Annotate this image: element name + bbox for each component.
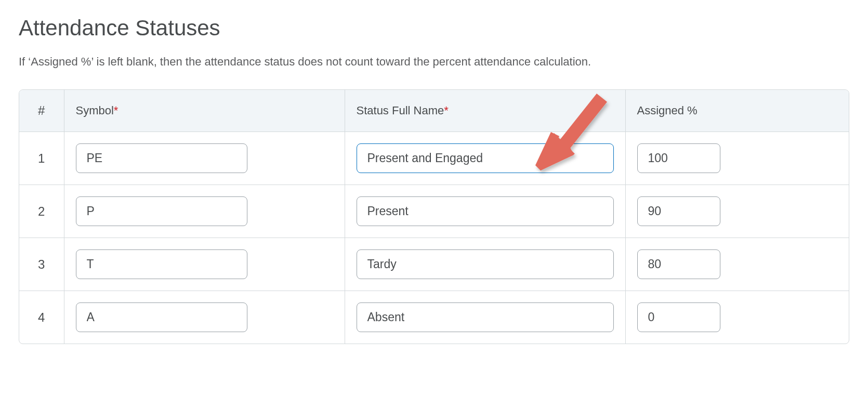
col-header-assigned-pct-label: Assigned % (637, 104, 698, 117)
symbol-input[interactable] (76, 196, 247, 226)
page-title: Attendance Statuses (19, 16, 849, 41)
required-marker-icon: * (114, 104, 119, 117)
symbol-input[interactable] (76, 249, 247, 279)
symbol-input[interactable] (76, 302, 247, 332)
col-header-name-label: Status Full Name (357, 104, 444, 117)
assigned-pct-input[interactable] (637, 249, 720, 279)
row-number: 4 (19, 291, 64, 344)
table-row: 3 (19, 238, 849, 291)
assigned-pct-input[interactable] (637, 196, 720, 226)
col-header-symbol: Symbol* (64, 90, 345, 132)
col-header-symbol-label: Symbol (76, 104, 114, 117)
help-text: If ‘Assigned %’ is left blank, then the … (19, 55, 849, 69)
col-header-assigned-pct: Assigned % (625, 90, 849, 132)
row-number: 2 (19, 185, 64, 238)
status-name-input[interactable] (357, 143, 614, 173)
table-row: 4 (19, 291, 849, 344)
row-number: 3 (19, 238, 64, 291)
status-name-input[interactable] (357, 196, 614, 226)
table-row: 1 (19, 132, 849, 185)
status-name-input[interactable] (357, 302, 614, 332)
assigned-pct-input[interactable] (637, 143, 720, 173)
col-header-name: Status Full Name* (345, 90, 625, 132)
required-marker-icon: * (444, 104, 449, 117)
row-number: 1 (19, 132, 64, 185)
assigned-pct-input[interactable] (637, 302, 720, 332)
col-header-number: # (19, 90, 64, 132)
symbol-input[interactable] (76, 143, 247, 173)
status-name-input[interactable] (357, 249, 614, 279)
statuses-table: # Symbol* Status Full Name* Assigned % 1 (19, 89, 849, 344)
col-header-number-label: # (38, 103, 45, 117)
table-row: 2 (19, 185, 849, 238)
